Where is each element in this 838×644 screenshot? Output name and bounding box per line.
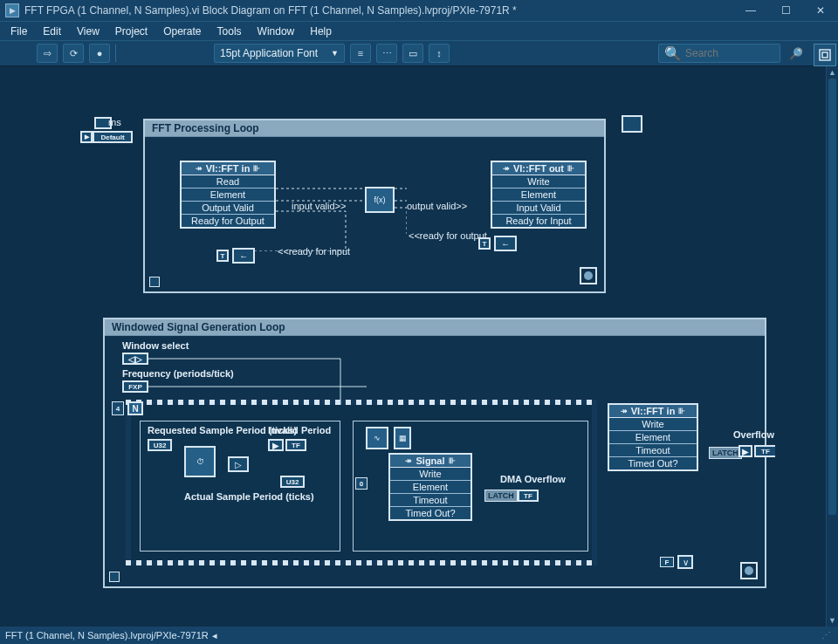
fifo-fft-out[interactable]: ↠VI::FFT out⊪ Write Element Input Valid … — [491, 161, 587, 229]
scroll-thumb[interactable] — [828, 79, 836, 515]
abort-button[interactable]: ● — [89, 44, 110, 63]
block-diagram-toggle[interactable] — [814, 44, 836, 66]
window-grip-icon[interactable]: ⋰ — [821, 630, 833, 641]
signal-gen-case[interactable]: ∿ ▦ 0 ↠Signal⊪ Write Element Timeout Tim… — [353, 421, 588, 552]
menu-project[interactable]: Project — [108, 24, 155, 39]
invalid-period-arrow-icon: ▶ — [268, 439, 284, 451]
latch-badge-dma: LATCH — [484, 490, 518, 502]
font-selector[interactable]: 15pt Application Font ▼ — [214, 44, 345, 63]
search-icon: 🔍 — [664, 45, 682, 62]
overflow-label: Overflow — [733, 429, 774, 440]
fifo-out-inputvalid: Input Valid — [492, 202, 585, 215]
requested-period-terminal[interactable]: U32 — [148, 439, 172, 451]
fifo-out-readyin: Ready for Input — [492, 215, 585, 227]
dma-overflow-label: DMA Overflow — [500, 474, 566, 484]
scroll-down-arrow[interactable]: ▼ — [827, 614, 838, 627]
reorder-button[interactable]: ↕ — [429, 44, 450, 63]
maximize-button[interactable]: ☐ — [768, 0, 803, 21]
menu-file[interactable]: File — [3, 24, 34, 39]
menu-window[interactable]: Window — [251, 24, 302, 39]
scroll-up-arrow[interactable]: ▲ — [827, 66, 838, 79]
menu-tools[interactable]: Tools — [210, 24, 249, 39]
block-diagram-canvas[interactable]: ms Default ▶ FFT Processing Loop ↠VI::FF… — [0, 66, 826, 627]
fifo-in-outputvalid: Output Valid — [182, 202, 274, 215]
loop-iteration-terminal[interactable] — [149, 277, 160, 287]
feedback-node-right[interactable]: ← — [494, 236, 517, 251]
for-count-constant[interactable]: 4 — [112, 401, 124, 415]
fifo-signal-write: Write — [390, 468, 471, 481]
align-button[interactable]: ≡ — [350, 44, 371, 63]
ready-output-label: <<ready for output — [409, 230, 487, 241]
window-select-terminal[interactable]: ◁▷ — [122, 353, 148, 365]
vertical-scrollbar[interactable]: ▲ ▼ — [826, 66, 838, 627]
bool-false-const[interactable]: F — [660, 557, 674, 567]
menu-view[interactable]: View — [70, 24, 106, 39]
timing-source-default[interactable]: Default — [93, 131, 133, 143]
minimize-button[interactable]: — — [733, 0, 768, 21]
sample-clock-node[interactable]: ⏱ — [184, 446, 216, 477]
timing-arrow-icon: ▶ — [80, 131, 93, 143]
context-help-button[interactable]: 🔍 — [786, 44, 807, 63]
resize-button[interactable]: ▭ — [402, 44, 423, 63]
for-loop-frame[interactable]: N Requested Sample Period (ticks) U32 ⏱ … — [126, 400, 597, 565]
window-title: FFT FPGA (1 Channel, N Samples).vi Block… — [24, 4, 733, 17]
status-text: FFT (1 Channel, N Samples).lvproj/PXIe-7… — [5, 630, 209, 641]
frequency-terminal[interactable]: FXP — [122, 380, 148, 393]
loop-condition-terminal[interactable] — [580, 267, 597, 284]
menubar: File Edit View Project Operate Tools Win… — [0, 21, 838, 40]
resize-grip-icon[interactable]: ◂ — [212, 630, 217, 641]
fifo-in-element: Element — [182, 188, 274, 202]
fifo-fft-in[interactable]: ↠VI::FFT in⊪ Read Element Output Valid R… — [180, 161, 276, 229]
overflow-indicator[interactable]: TF — [754, 445, 775, 457]
windowed-loop-title: Windowed Signal Generation Loop — [105, 319, 765, 336]
actual-period-indicator[interactable]: U32 — [280, 476, 305, 488]
bool-const-right[interactable]: T — [478, 237, 491, 250]
fifo-fft-in-header: VI::FFT in — [206, 163, 251, 174]
fifo-signal-timeout: Timeout — [390, 494, 471, 507]
fifo-in-readyout: Ready for Output — [182, 215, 274, 227]
or-node[interactable]: ∨ — [677, 555, 693, 569]
fifo-out-write: Write — [492, 175, 585, 188]
feedback-node-left[interactable]: ← — [232, 248, 255, 264]
menu-help[interactable]: Help — [303, 24, 339, 39]
input-valid-label: input valid>> — [292, 201, 346, 211]
sctl-timing-node[interactable] — [622, 115, 642, 133]
run-button[interactable]: ⇨ — [37, 44, 58, 63]
ready-input-label: <<ready for input — [278, 246, 350, 257]
fifo-out-element: Element — [492, 188, 585, 202]
fifo-fft-in-write[interactable]: ↠VI::FFT in⊪ Write Element Timeout Timed… — [608, 403, 698, 471]
font-selector-label: 15pt Application Font — [220, 47, 318, 59]
windowed-loop-structure[interactable]: Windowed Signal Generation Loop Window s… — [103, 318, 766, 588]
statusbar: FFT (1 Channel, N Samples).lvproj/PXIe-7… — [0, 627, 838, 644]
bool-const-left[interactable]: T — [216, 250, 229, 262]
sample-period-case[interactable]: Requested Sample Period (ticks) U32 ⏱ ▷ … — [140, 421, 340, 552]
close-button[interactable]: ✕ — [803, 0, 838, 21]
titlebar: ▶ FFT FPGA (1 Channel, N Samples).vi Blo… — [0, 0, 838, 21]
fft-loop-structure[interactable]: FFT Processing Loop ↠VI::FFT in⊪ Read El… — [143, 119, 606, 293]
latch-badge-overflow: LATCH — [709, 447, 742, 459]
fifo-signal-element: Element — [390, 481, 471, 494]
timeout-constant-zero[interactable]: 0 — [355, 477, 367, 490]
windowed-loop-iteration-terminal[interactable] — [109, 572, 120, 582]
distribute-button[interactable]: ⋯ — [376, 44, 397, 63]
invalid-period-indicator[interactable]: TF — [285, 439, 306, 451]
compare-node[interactable]: ▷ — [228, 456, 249, 472]
search-box[interactable]: 🔍 — [658, 44, 780, 63]
sine-generator-node[interactable]: ∿ — [366, 427, 388, 449]
menu-operate[interactable]: Operate — [156, 24, 208, 39]
fftin-timedout: Timed Out? — [609, 457, 697, 469]
menu-edit[interactable]: Edit — [36, 24, 68, 39]
fifo-signal[interactable]: ↠Signal⊪ Write Element Timeout Timed Out… — [388, 453, 472, 521]
for-n-terminal[interactable]: N — [127, 401, 143, 415]
dma-overflow-indicator[interactable]: TF — [518, 490, 539, 502]
svg-rect-1 — [822, 52, 828, 58]
window-select-label: Window select — [122, 340, 189, 351]
run-continuous-button[interactable]: ⟳ — [63, 44, 84, 63]
fft-core-node[interactable]: f(x) — [365, 187, 395, 213]
windowed-loop-condition-terminal[interactable] — [740, 562, 758, 579]
fifo-fft-in-write-header: VI::FFT in — [631, 406, 676, 416]
window-apply-node[interactable]: ▦ — [394, 427, 411, 449]
frequency-label: Frequency (periods/tick) — [122, 368, 234, 379]
overflow-arrow-icon: ▶ — [738, 445, 752, 457]
search-input[interactable] — [685, 47, 774, 59]
